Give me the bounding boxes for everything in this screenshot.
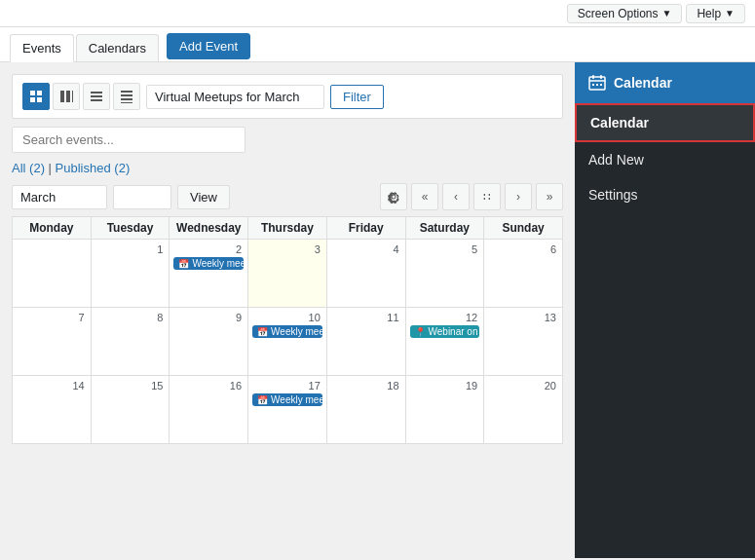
day-cell[interactable]: 11	[326, 308, 405, 376]
event-label: Webinar on ...	[429, 326, 480, 337]
event-label: Weekly meet...	[271, 394, 322, 405]
day-cell[interactable]	[13, 240, 92, 308]
gear-icon	[387, 190, 400, 204]
day-cell[interactable]: 16	[170, 376, 248, 444]
day-cell[interactable]: 5	[405, 240, 484, 308]
day-cell[interactable]: 14	[13, 376, 92, 444]
view-list-button[interactable]	[83, 83, 110, 110]
day-cell[interactable]: 20	[484, 376, 563, 444]
svg-rect-12	[121, 98, 132, 100]
year-input[interactable]: 2022	[113, 185, 171, 209]
search-row	[12, 127, 563, 153]
search-input[interactable]	[12, 127, 245, 153]
help-button[interactable]: Help ▼	[686, 4, 745, 23]
day-cell[interactable]: 4	[326, 240, 405, 308]
day-cell[interactable]: 7	[13, 308, 92, 376]
day-cell[interactable]: 2 📅 Weekly meet...	[170, 240, 248, 308]
screen-options-button[interactable]: Screen Options ▼	[567, 4, 683, 23]
svg-rect-4	[60, 91, 64, 102]
day-cell[interactable]: 17 📅 Weekly meet...	[248, 376, 327, 444]
view-grid-button[interactable]	[22, 83, 50, 110]
nav-first-button[interactable]: «	[411, 183, 438, 210]
content-area: Virtual Meetups for March Filter All (2)…	[0, 62, 575, 558]
sidebar-item-add-new[interactable]: Add New	[575, 142, 755, 177]
all-label: All	[12, 161, 25, 175]
col-friday: Friday	[326, 217, 405, 240]
help-label: Help	[697, 7, 721, 20]
sidebar-item-label: Add New	[588, 152, 644, 168]
tab-calendars[interactable]: Calendars	[76, 34, 159, 61]
nav-prev-button[interactable]: ‹	[442, 183, 470, 210]
chevron-down-icon: ▼	[725, 8, 735, 19]
calendar-filter-select[interactable]: Virtual Meetups for March	[146, 85, 324, 109]
day-number: 18	[331, 378, 401, 392]
day-cell[interactable]: 19	[405, 376, 484, 444]
settings-gear-button[interactable]	[380, 183, 407, 210]
col-monday: Monday	[13, 217, 92, 240]
day-cell[interactable]: 18	[326, 376, 405, 444]
day-number: 2	[173, 242, 244, 255]
day-cell[interactable]: 10 📅 Weekly meet...	[248, 308, 327, 376]
tab-events[interactable]: Events	[10, 34, 74, 62]
tabs-row: Events Calendars Add Event	[0, 27, 755, 62]
day-cell[interactable]: 6	[484, 240, 563, 308]
add-event-button[interactable]: Add Event	[167, 33, 250, 59]
day-cell[interactable]: 1	[91, 240, 170, 308]
view-date-button[interactable]: View	[177, 185, 230, 209]
top-bar-right: Screen Options ▼ Help ▼	[567, 4, 745, 23]
filter-button[interactable]: Filter	[330, 85, 384, 109]
col-thursday: Thursday	[248, 217, 327, 240]
sidebar-calendar-header[interactable]: Calendar	[575, 62, 755, 103]
day-cell[interactable]: 13	[484, 308, 563, 376]
day-number	[17, 242, 87, 243]
svg-rect-11	[121, 94, 132, 96]
day-number: 1	[95, 242, 166, 255]
month-select[interactable]: JanuaryFebruaryMarchApril MayJuneJulyAug…	[12, 185, 107, 209]
sidebar-item-settings[interactable]: Settings	[575, 177, 755, 212]
svg-rect-1	[37, 91, 42, 95]
calendar-table: Monday Tuesday Wednesday Thursday Friday…	[12, 216, 563, 444]
svg-rect-2	[30, 97, 35, 102]
day-number: 12	[410, 310, 480, 323]
sidebar-item-label: Calendar	[590, 115, 649, 131]
nav-today-button[interactable]: ∷	[473, 183, 501, 210]
day-number: 13	[488, 310, 558, 323]
day-cell[interactable]: 8	[91, 308, 170, 376]
sidebar-calendar-label: Calendar	[614, 75, 672, 91]
day-number: 19	[410, 378, 480, 392]
svg-rect-15	[592, 75, 594, 79]
nav-left: JanuaryFebruaryMarchApril MayJuneJulyAug…	[12, 185, 230, 209]
day-cell[interactable]: 15	[91, 376, 170, 444]
svg-rect-20	[600, 84, 602, 86]
svg-rect-8	[91, 95, 102, 97]
table-row: 14 15 16 17 📅 Weekly meet... 18 19 20	[13, 376, 563, 444]
svg-rect-19	[596, 84, 598, 86]
stats-separator: |	[49, 161, 56, 175]
published-filter-link[interactable]: Published (2)	[56, 161, 131, 175]
nav-next-button[interactable]: ›	[505, 183, 532, 210]
day-number: 5	[410, 242, 480, 255]
svg-rect-18	[592, 84, 594, 86]
view-columns-button[interactable]	[53, 83, 80, 110]
calendar-icon	[588, 74, 606, 92]
event-pill[interactable]: 📅 Weekly meet...	[252, 393, 322, 406]
event-pill[interactable]: 📅 Weekly meet...	[252, 325, 322, 338]
day-cell-today[interactable]: 3	[248, 240, 327, 308]
event-label: Weekly meet...	[271, 326, 322, 337]
day-cell[interactable]: 12 📍 Webinar on ...	[405, 308, 484, 376]
svg-rect-14	[589, 77, 605, 90]
day-cell[interactable]: 9	[170, 308, 248, 376]
event-pill[interactable]: 📍 Webinar on ...	[410, 325, 480, 338]
view-icons	[22, 83, 140, 110]
sidebar-item-calendar[interactable]: Calendar	[575, 103, 755, 142]
event-pill[interactable]: 📅 Weekly meet...	[173, 257, 244, 270]
svg-rect-5	[66, 91, 70, 102]
all-filter-link[interactable]: All (2)	[12, 161, 49, 175]
nav-last-button[interactable]: »	[536, 183, 563, 210]
svg-rect-13	[121, 102, 132, 103]
svg-rect-0	[30, 91, 35, 95]
view-menu-button[interactable]	[113, 83, 140, 110]
svg-rect-3	[37, 97, 42, 102]
day-number: 3	[252, 242, 322, 255]
svg-rect-7	[91, 92, 102, 93]
